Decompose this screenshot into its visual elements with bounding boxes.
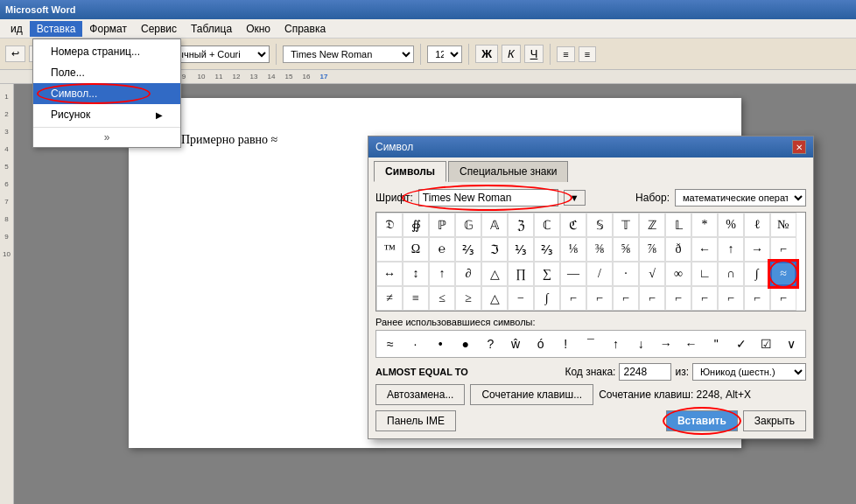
- from-select[interactable]: Юникод (шестн.): [692, 363, 806, 381]
- recent-11[interactable]: →: [655, 333, 677, 354]
- sym-1-6[interactable]: ⅔: [534, 237, 560, 262]
- font-input[interactable]: [418, 189, 558, 206]
- menu-item-id[interactable]: ид: [4, 21, 30, 37]
- sym-3-0[interactable]: ≠: [376, 286, 403, 311]
- sym-1-9[interactable]: ⅝: [613, 237, 639, 262]
- sym-1-12[interactable]: ←: [691, 237, 718, 262]
- tab-symbols[interactable]: Символы: [374, 161, 446, 182]
- autocorrect-btn[interactable]: Автозамена...: [375, 384, 465, 405]
- sym-3-12[interactable]: ⌐: [691, 286, 718, 311]
- insert-btn[interactable]: Вставить: [666, 410, 738, 431]
- menu-item-symbol[interactable]: Символ...: [33, 83, 180, 104]
- recent-0[interactable]: ≈: [379, 333, 402, 354]
- recent-4[interactable]: ?: [480, 333, 502, 354]
- menu-item-page-numbers[interactable]: Номера страниц...: [33, 41, 180, 62]
- sym-2-0[interactable]: ↔: [376, 262, 403, 286]
- sym-0-4[interactable]: 𝔸: [481, 213, 508, 237]
- toolbar-align-left[interactable]: ≡: [557, 46, 574, 62]
- sym-1-10[interactable]: ⅞: [639, 237, 665, 262]
- sym-3-6[interactable]: ∫: [534, 286, 560, 311]
- sym-3-7[interactable]: ⌐: [560, 286, 586, 311]
- sym-3-13[interactable]: ⌐: [718, 286, 744, 311]
- sym-0-2[interactable]: ℙ: [429, 213, 455, 237]
- sym-1-1[interactable]: Ω: [403, 237, 429, 262]
- recent-12[interactable]: ←: [680, 333, 703, 354]
- recent-2[interactable]: •: [429, 333, 452, 354]
- toolbar-italic-btn[interactable]: К: [502, 45, 521, 63]
- sym-1-7[interactable]: ⅛: [560, 237, 586, 262]
- toolbar-size-select[interactable]: 12: [427, 46, 462, 63]
- sym-0-11[interactable]: 𝕃: [665, 213, 691, 237]
- menu-item-help[interactable]: Справка: [277, 21, 333, 37]
- sym-2-9[interactable]: ·: [613, 262, 639, 286]
- sym-1-2[interactable]: ℮: [429, 237, 455, 262]
- sym-2-1[interactable]: ↕: [403, 262, 429, 286]
- toolbar-btn-undo[interactable]: ↩: [5, 46, 25, 62]
- recent-10[interactable]: ↓: [629, 333, 652, 354]
- code-input[interactable]: [619, 363, 671, 381]
- font-dropdown-btn[interactable]: ▼: [564, 190, 586, 206]
- sym-1-5[interactable]: ⅓: [508, 237, 534, 262]
- sym-0-0[interactable]: 𝔇: [376, 213, 403, 237]
- sym-1-11[interactable]: ð: [665, 237, 691, 262]
- sym-3-4[interactable]: △: [481, 286, 508, 311]
- sym-1-13[interactable]: ↑: [718, 237, 744, 262]
- toolbar-underline-btn[interactable]: Ч: [524, 45, 544, 63]
- menu-item-picture[interactable]: Рисунок ▶: [33, 104, 180, 125]
- sym-2-10[interactable]: √: [639, 262, 665, 286]
- sym-1-14[interactable]: →: [744, 237, 770, 262]
- sym-2-8[interactable]: /: [586, 262, 613, 286]
- menu-item-service[interactable]: Сервис: [134, 21, 184, 37]
- menu-item-window[interactable]: Окно: [239, 21, 277, 37]
- sym-0-10[interactable]: ℤ: [639, 213, 665, 237]
- sym-1-3[interactable]: ⅔: [455, 237, 481, 262]
- set-select[interactable]: математические операторы: [675, 189, 806, 206]
- recent-15[interactable]: ☑: [755, 333, 778, 354]
- shortcut-btn[interactable]: Сочетание клавиш...: [470, 384, 593, 405]
- sym-1-0[interactable]: ™: [376, 237, 403, 262]
- sym-1-8[interactable]: ⅜: [586, 237, 613, 262]
- sym-3-2[interactable]: ≤: [429, 286, 455, 311]
- sym-0-8[interactable]: 𝕊: [586, 213, 613, 237]
- recent-7[interactable]: !: [554, 333, 577, 354]
- sym-3-1[interactable]: ≡: [403, 286, 429, 311]
- dialog-close-btn[interactable]: ✕: [792, 140, 806, 154]
- sym-2-13[interactable]: ∩: [718, 262, 744, 286]
- sym-3-3[interactable]: ≥: [455, 286, 481, 311]
- recent-3[interactable]: ●: [454, 333, 477, 354]
- recent-8[interactable]: ¯: [579, 333, 602, 354]
- sym-2-6[interactable]: ∑: [534, 262, 560, 286]
- tab-special[interactable]: Специальные знаки: [448, 161, 568, 182]
- sym-2-11[interactable]: ∞: [665, 262, 691, 286]
- toolbar-align-center[interactable]: ≡: [579, 46, 596, 62]
- sym-1-15[interactable]: ⌐: [770, 237, 796, 262]
- sym-2-4[interactable]: △: [481, 262, 508, 286]
- sym-1-4[interactable]: ℑ: [481, 237, 508, 262]
- menu-item-table[interactable]: Таблица: [184, 21, 239, 37]
- sym-0-7[interactable]: ℭ: [560, 213, 586, 237]
- sym-0-1[interactable]: ∯: [403, 213, 429, 237]
- sym-0-3[interactable]: 𝔾: [455, 213, 481, 237]
- sym-2-14[interactable]: ∫: [744, 262, 770, 286]
- sym-3-15[interactable]: ⌐: [770, 286, 796, 311]
- toolbar-bold-btn[interactable]: Ж: [475, 45, 498, 63]
- recent-9[interactable]: ↑: [605, 333, 628, 354]
- sym-2-12[interactable]: ∟: [691, 262, 718, 286]
- menu-more[interactable]: »: [33, 130, 180, 145]
- toolbar-font-select[interactable]: Times New Roman: [283, 46, 414, 63]
- sym-2-3[interactable]: ∂: [455, 262, 481, 286]
- recent-13[interactable]: ": [705, 333, 727, 354]
- sym-0-14[interactable]: ℓ: [744, 213, 770, 237]
- menu-item-field[interactable]: Поле...: [33, 62, 180, 83]
- sym-0-5[interactable]: ℨ: [508, 213, 534, 237]
- sym-0-15[interactable]: №: [770, 213, 796, 237]
- sym-0-12[interactable]: *: [691, 213, 718, 237]
- recent-5[interactable]: ŵ: [504, 333, 527, 354]
- ime-btn[interactable]: Панель IME: [375, 410, 456, 431]
- menu-item-format[interactable]: Формат: [82, 21, 134, 37]
- sym-2-2[interactable]: ↑: [429, 262, 455, 286]
- sym-3-9[interactable]: ⌐: [613, 286, 639, 311]
- sym-0-13[interactable]: %: [718, 213, 744, 237]
- recent-6[interactable]: ó: [530, 333, 552, 354]
- recent-16[interactable]: ∨: [780, 333, 803, 354]
